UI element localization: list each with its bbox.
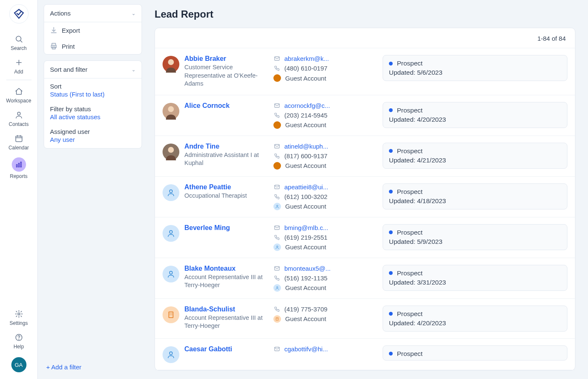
lead-avatar [163, 266, 179, 282]
actions-header[interactable]: Actions ⌄ [44, 5, 142, 22]
status-label: Prospect [397, 350, 423, 358]
nav-divider [6, 80, 32, 80]
print-icon [50, 42, 58, 50]
lead-contacts: bmonteaux5@...(516) 192-1135Guest Accoun… [273, 265, 378, 292]
home-icon [14, 87, 24, 96]
nav-label: Settings [10, 320, 28, 326]
nav-item-settings[interactable]: Settings [4, 305, 34, 329]
lead-phone[interactable]: (612) 100-3202 [273, 193, 378, 200]
email-text: acornockfg@c... [284, 102, 330, 109]
nav-item-calendar[interactable]: Calendar [4, 130, 34, 153]
assigned-section[interactable]: Assigned user Any user [44, 125, 142, 148]
status-label: Prospect [397, 310, 423, 318]
lead-phone[interactable]: (480) 610-0197 [273, 65, 378, 72]
phone-icon [273, 306, 280, 312]
nav-item-help[interactable]: Help [4, 329, 34, 352]
svg-point-22 [168, 147, 174, 153]
status-label: Prospect [397, 107, 423, 114]
sort-value[interactable]: Status (First to last) [50, 91, 136, 98]
mail-icon [273, 225, 280, 231]
action-label: Export [62, 27, 80, 34]
lead-contacts: (419) 775-3709Guest Account [273, 306, 378, 323]
status-box: Prospect Updated:4/20/2023 [383, 102, 567, 128]
assigned-avatar [273, 243, 281, 251]
sortfilter-title: Sort and filter [50, 66, 87, 73]
lead-row[interactable]: Alice Cornock acornockfg@c...(203) 214-5… [155, 95, 575, 136]
app-logo[interactable] [9, 4, 29, 24]
chevron-down-icon: ⌄ [131, 67, 136, 73]
sidebar: Actions ⌄ ExportPrint Sort and filter ⌄ … [38, 0, 148, 379]
lead-email[interactable]: bming@mlb.c... [273, 224, 378, 231]
lead-assigned: Guest Account [273, 162, 378, 170]
status-label: Prospect [397, 188, 423, 196]
updated-date: 5/6/2023 [417, 69, 442, 76]
mail-icon [273, 265, 280, 272]
nav-item-contacts[interactable]: Contacts [4, 106, 34, 130]
lead-row[interactable]: Beverlee Ming bming@mlb.c...(619) 219-25… [155, 217, 575, 258]
nav-item-add[interactable]: Add [4, 54, 34, 77]
lead-title: Account Representative III at Terry-Hoeg… [184, 314, 268, 330]
building-icon [273, 315, 281, 323]
lead-phone[interactable]: (419) 775-3709 [273, 306, 378, 313]
lead-name[interactable]: Blanda-Schulist [184, 306, 268, 313]
lead-name[interactable]: Abbie Braker [184, 55, 268, 63]
actions-panel: Actions ⌄ ExportPrint [44, 4, 142, 55]
add-filter-link[interactable]: + Add a filter [44, 359, 142, 375]
status-dot [389, 149, 393, 153]
filter-status-value[interactable]: All active statuses [50, 113, 136, 120]
lead-email[interactable]: acornockfg@c... [273, 102, 378, 109]
lead-email[interactable]: bmonteaux5@... [273, 265, 378, 272]
phone-text: (619) 219-2551 [284, 234, 328, 241]
sortfilter-header[interactable]: Sort and filter ⌄ [44, 61, 142, 78]
status-dot [389, 190, 393, 193]
status-label: Prospect [397, 60, 423, 67]
nav-item-search[interactable]: Search [4, 30, 34, 54]
email-text: bmonteaux5@... [284, 265, 331, 272]
updated-label: Updated: [389, 238, 415, 246]
lead-name[interactable]: Blake Monteaux [184, 265, 268, 272]
phone-text: (203) 214-5945 [284, 112, 328, 119]
lead-email[interactable]: abrakerkm@k... [273, 55, 378, 62]
lead-name[interactable]: Athene Peattie [184, 183, 268, 191]
nav-label: Contacts [9, 121, 29, 127]
lead-row[interactable]: Caesar Gabotti cgabottifv@hi... Prospect [155, 339, 575, 370]
lead-email[interactable]: apeattiei8@ui... [273, 183, 378, 191]
lead-email[interactable]: atineld@kuph... [273, 143, 378, 150]
lead-row[interactable]: Blake Monteaux Account Representative II… [155, 258, 575, 299]
lead-row[interactable]: Abbie Braker Customer Service Representa… [155, 48, 575, 95]
svg-rect-10 [18, 163, 19, 167]
lead-phone[interactable]: (203) 214-5945 [273, 112, 378, 119]
lead-phone[interactable]: (619) 219-2551 [273, 234, 378, 241]
lead-name[interactable]: Andre Tine [184, 143, 268, 150]
lead-contacts: apeattiei8@ui...(612) 100-3202Guest Acco… [273, 183, 378, 210]
nav-item-reports[interactable]: Reports [4, 153, 34, 182]
action-export[interactable]: Export [44, 22, 142, 38]
lead-name[interactable]: Beverlee Ming [184, 224, 268, 232]
assigned-avatar [273, 284, 281, 292]
user-avatar-badge[interactable]: GA [11, 357, 26, 372]
action-print[interactable]: Print [44, 38, 142, 54]
lead-email[interactable]: cgabottifv@hi... [273, 345, 378, 353]
filter-status-label: Filter by status [50, 105, 136, 112]
lead-name[interactable]: Caesar Gabotti [184, 345, 268, 353]
svg-rect-5 [16, 136, 22, 141]
lead-row[interactable]: Andre Tine Administrative Assistant I at… [155, 136, 575, 177]
sort-label: Sort [50, 83, 136, 90]
sort-section[interactable]: Sort Status (First to last) [44, 78, 142, 103]
nav-item-workspace[interactable]: Workspace [4, 83, 34, 106]
lead-row[interactable]: Blanda-Schulist Account Representative I… [155, 299, 575, 339]
filter-status-section[interactable]: Filter by status All active statuses [44, 103, 142, 125]
lead-phone[interactable]: (516) 192-1135 [273, 274, 378, 282]
lead-phone[interactable]: (817) 600-9137 [273, 152, 378, 159]
lead-name[interactable]: Alice Cornock [184, 102, 268, 110]
lead-assigned: Guest Account [273, 243, 378, 251]
lead-contacts: bming@mlb.c...(619) 219-2551Guest Accoun… [273, 224, 378, 251]
main: Lead Report 1-84 of 84 Abbie Braker Cust… [148, 0, 588, 379]
nav-rail: SearchAdd WorkspaceContactsCalendarRepor… [0, 0, 38, 379]
assigned-value[interactable]: Any user [50, 136, 136, 143]
calendar-icon [14, 134, 24, 143]
updated-label: Updated: [389, 69, 415, 76]
lead-title: Account Representative III at Terry-Hoeg… [184, 273, 268, 290]
lead-row[interactable]: Athene Peattie Occupational Therapist ap… [155, 177, 575, 217]
phone-text: (480) 610-0197 [284, 65, 328, 72]
